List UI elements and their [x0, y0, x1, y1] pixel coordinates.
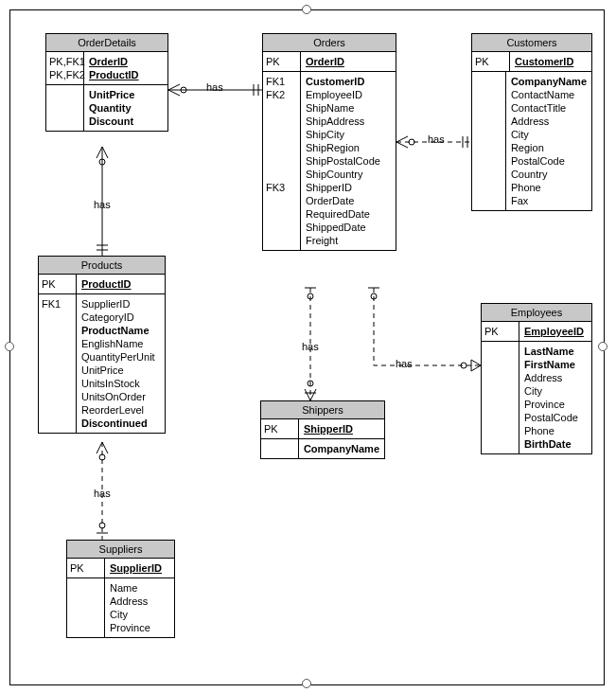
attr-label: PostalCode	[511, 154, 587, 168]
entity-title: Employees	[482, 304, 591, 322]
attr-label: ProductName	[81, 324, 160, 337]
key-label	[266, 128, 297, 141]
resize-handle-top[interactable]	[302, 5, 311, 14]
key-label	[266, 141, 297, 154]
attr-label: ShipperID	[306, 181, 391, 194]
attr-label: BirthDate	[524, 437, 587, 451]
rel-label-products-suppliers: has	[94, 488, 111, 499]
entity-title: Products	[39, 257, 165, 275]
attr-label: CompanyName	[511, 75, 587, 88]
key-label	[484, 411, 516, 424]
key-label	[484, 345, 516, 358]
key-label	[266, 221, 297, 234]
key-label	[475, 194, 502, 207]
key-label	[70, 621, 101, 634]
attr-label: City	[511, 128, 587, 141]
key-label	[42, 311, 73, 324]
key-label	[42, 417, 73, 430]
key-label	[70, 608, 101, 621]
attr-label: ShipCity	[306, 128, 391, 141]
attr-label: City	[524, 384, 587, 398]
key-label: FK1	[266, 75, 297, 88]
attr-label: ShipCountry	[306, 168, 391, 181]
attr-label: UnitsInStock	[81, 377, 160, 390]
attr-label: EmployeeID	[306, 88, 391, 101]
attr-label: FirstName	[524, 358, 587, 371]
key-label	[266, 194, 297, 207]
attr-label: OrderDate	[306, 194, 391, 207]
key-label	[266, 168, 297, 181]
attr-label: ShipAddress	[306, 115, 391, 128]
key-label	[484, 424, 516, 437]
attr-label: ShipPostalCode	[306, 154, 391, 168]
key-label	[484, 371, 516, 384]
attr-label: Region	[511, 141, 587, 154]
key-label	[42, 390, 73, 403]
resize-handle-left[interactable]	[5, 342, 14, 351]
attr-label: Province	[110, 621, 169, 634]
attr-label: UnitPrice	[81, 364, 160, 377]
entity-title: Customers	[472, 34, 591, 52]
key-label	[475, 181, 502, 194]
key-label	[475, 75, 502, 88]
entity-orders[interactable]: Orders PK OrderID FK1FK2 FK3 CustomerIDE…	[262, 33, 396, 251]
attr-label: EnglishName	[81, 337, 160, 350]
attr-label: UnitsOnOrder	[81, 390, 160, 403]
key-label	[484, 384, 516, 398]
resize-handle-right[interactable]	[598, 342, 607, 351]
key-label	[475, 88, 502, 101]
attr-label: Address	[110, 595, 169, 608]
key-label	[475, 141, 502, 154]
entity-orderdetails[interactable]: OrderDetails PK,FK1 PK,FK2 OrderID Produ…	[45, 33, 168, 132]
key-label	[484, 358, 516, 371]
key-label	[42, 337, 73, 350]
attr-label: Province	[524, 398, 587, 411]
key-label	[475, 154, 502, 168]
attr-label: ContactName	[511, 88, 587, 101]
key-label	[42, 403, 73, 417]
attr-label: RequiredDate	[306, 207, 391, 221]
entity-title: OrderDetails	[46, 34, 167, 52]
key-label: FK2	[266, 88, 297, 101]
attr-label: ReorderLevel	[81, 403, 160, 417]
attr-label: Country	[511, 168, 587, 181]
key-label	[475, 128, 502, 141]
attr-label: QuantityPerUnit	[81, 350, 160, 364]
key-label	[70, 595, 101, 608]
attr-label: City	[110, 608, 169, 621]
key-label	[475, 168, 502, 181]
attr-label: ShippedDate	[306, 221, 391, 234]
entity-title: Suppliers	[67, 541, 174, 559]
rel-label-orders-employees: has	[396, 358, 413, 369]
attr-label: PostalCode	[524, 411, 587, 424]
entity-customers[interactable]: Customers PK CustomerID CompanyNameConta…	[471, 33, 592, 211]
attr-label: Address	[511, 115, 587, 128]
attr-label: Name	[110, 581, 169, 595]
entity-suppliers[interactable]: Suppliers PK SupplierID NameAddressCityP…	[66, 540, 175, 638]
entity-employees[interactable]: Employees PK EmployeeID LastNameFirstNam…	[481, 303, 592, 454]
key-label	[42, 377, 73, 390]
key-label: FK1	[42, 297, 73, 311]
attr-label: Fax	[511, 194, 587, 207]
key-label	[484, 398, 516, 411]
attr-label: ShipName	[306, 101, 391, 115]
attr-label: Phone	[511, 181, 587, 194]
rel-label-orders-shippers: has	[302, 341, 319, 352]
key-label	[266, 115, 297, 128]
entity-title: Shippers	[261, 401, 384, 419]
key-label	[266, 101, 297, 115]
key-label	[42, 364, 73, 377]
attr-label: Address	[524, 371, 587, 384]
key-label	[484, 437, 516, 451]
key-label	[475, 101, 502, 115]
er-diagram-canvas: has has has has has has OrderDetails PK,…	[0, 0, 616, 693]
key-label: FK3	[266, 181, 297, 194]
attr-label: Phone	[524, 424, 587, 437]
entity-shippers[interactable]: Shippers PK ShipperID CompanyName	[260, 400, 385, 459]
resize-handle-bottom[interactable]	[302, 679, 311, 688]
attr-label: Freight	[306, 234, 391, 247]
key-label	[266, 154, 297, 168]
attr-label: Discontinued	[81, 417, 160, 430]
key-label	[266, 207, 297, 221]
entity-products[interactable]: Products PK ProductID FK1 SupplierIDCate…	[38, 256, 166, 434]
